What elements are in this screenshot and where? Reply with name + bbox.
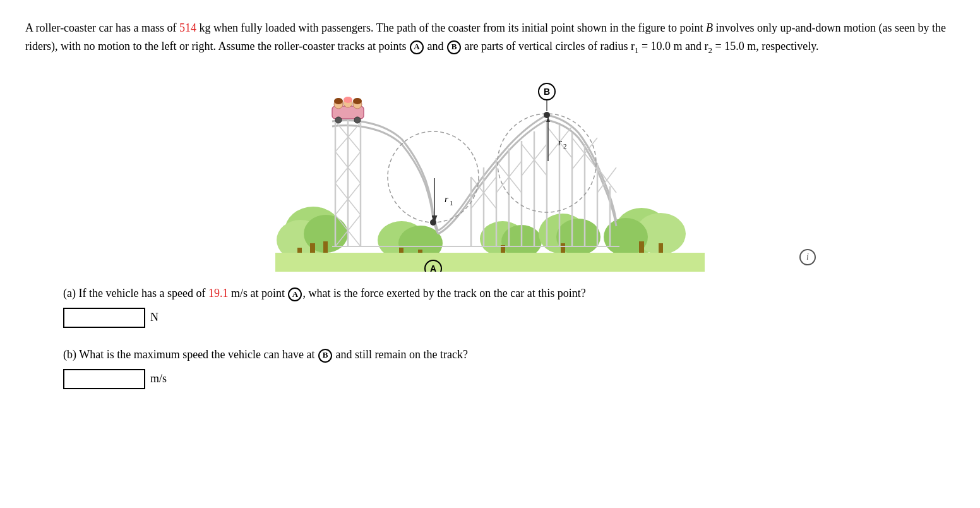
part-a-point-a: A [288,287,302,301]
intro-text: A roller-coaster car has a mass of [25,21,179,34]
part-b-input[interactable] [63,369,145,389]
svg-point-82 [344,97,352,103]
part-a-suffix: m/s at point [228,287,287,299]
svg-point-83 [353,98,362,104]
part-b-unit: m/s [150,372,167,385]
svg-text:1: 1 [450,199,453,207]
and-text: and [427,40,444,52]
mass-value: 514 [179,21,196,34]
part-a-question: , what is the force exerted by the track… [302,287,585,299]
svg-rect-22 [275,253,705,272]
problem-statement: A roller-coaster car has a mass of 514 k… [25,19,955,57]
speed-a-value: 19.1 [208,287,229,299]
roller-coaster-figure: A r 1 B r 2 A [275,70,705,272]
info-icon[interactable]: i [799,249,816,265]
part-b-point-b: B [318,349,332,363]
svg-point-84 [335,117,342,123]
point-a-circled: A [410,40,424,54]
part-a-question: (a) If the vehicle has a speed of 19.1 m… [63,284,955,328]
svg-text:r: r [445,194,448,204]
svg-text:r: r [558,137,562,147]
part-b-suffix: and still remain on the track? [333,348,468,361]
part-a-input[interactable] [63,308,145,328]
svg-point-67 [544,112,550,118]
svg-point-60 [430,219,436,226]
part-b-text: (b) What is the maximum speed the vehicl… [63,346,955,364]
part-a-answer-row: N [63,308,955,328]
svg-text:B: B [544,87,550,97]
part-a-prefix: (a) If the vehicle has a speed of [63,287,208,299]
intro4-text: are parts of vertical circles of radius … [462,40,818,52]
figure-container: A r 1 B r 2 A [25,70,955,272]
part-b-prefix: (b) What is the maximum speed the vehicl… [63,348,318,361]
svg-text:2: 2 [563,142,567,150]
part-b-question: (b) What is the maximum speed the vehicl… [63,346,955,389]
svg-point-85 [354,117,361,123]
point-b-circled: B [447,40,461,54]
intro2-text: kg when fully loaded with passengers. Th… [196,21,706,34]
part-b-answer-row: m/s [63,369,955,389]
svg-point-81 [334,98,343,104]
svg-text:A: A [430,263,436,272]
part-a-unit: N [150,311,158,324]
point-b-italic: B [706,21,713,34]
part-a-text: (a) If the vehicle has a speed of 19.1 m… [63,284,955,303]
